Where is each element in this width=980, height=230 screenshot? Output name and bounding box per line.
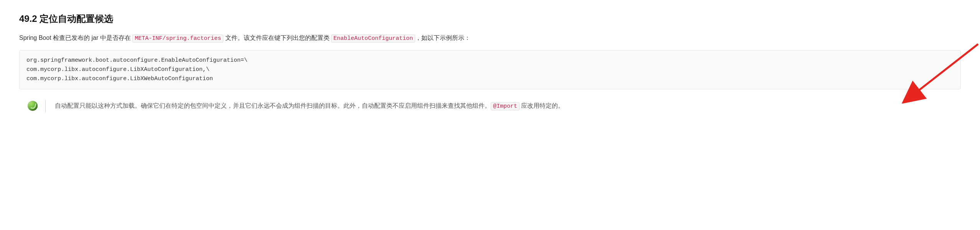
inline-code-factories: META-INF/spring.factories [132, 34, 223, 43]
para-text-1: Spring Boot 检查已发布的 jar 中是否存在 [19, 34, 132, 41]
inline-code-import: @Import [491, 102, 520, 110]
note-text-2: 应改用特定的。 [520, 102, 564, 109]
inline-code-enable-auto: EnableAutoConfiguration [331, 34, 415, 43]
section-heading: 49.2 定位自动配置候选 [19, 12, 961, 26]
intro-paragraph: Spring Boot 检查已发布的 jar 中是否存在 META-INF/sp… [19, 33, 961, 43]
note-content: 自动配置只能以这种方式加载。确保它们在特定的包空间中定义，并且它们永远不会成为组… [45, 100, 564, 112]
note-box: 自动配置只能以这种方式加载。确保它们在特定的包空间中定义，并且它们永远不会成为组… [28, 100, 961, 114]
para-text-3: ，如以下示例所示： [415, 34, 470, 41]
para-text-2: 文件。该文件应在键下列出您的配置类 [223, 34, 331, 41]
note-text-1: 自动配置只能以这种方式加载。确保它们在特定的包空间中定义，并且它们永远不会成为组… [55, 102, 491, 109]
note-icon-wrap [28, 100, 38, 114]
spring-leaf-icon [28, 101, 38, 111]
code-block-example: org.springframework.boot.autoconfigure.E… [19, 50, 961, 89]
